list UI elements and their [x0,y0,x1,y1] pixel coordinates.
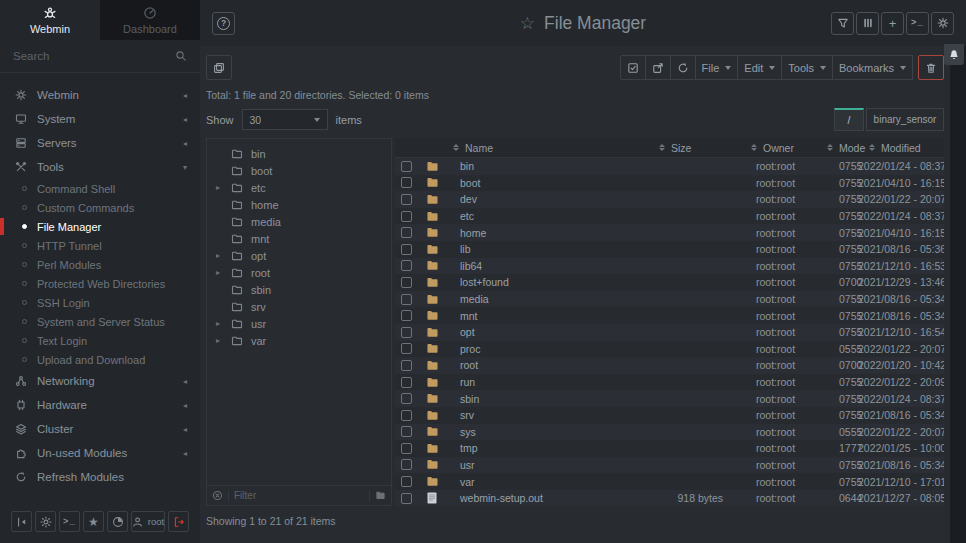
file-name[interactable]: bin [447,160,621,172]
sidebar-item-command-shell[interactable]: Command Shell [0,179,200,198]
theme-button[interactable] [35,511,56,532]
sidebar-item-tools[interactable]: Tools [0,155,200,179]
columns-button[interactable] [856,12,879,35]
row-checkbox[interactable] [401,493,412,504]
row-checkbox[interactable] [401,393,412,404]
row-checkbox[interactable] [401,443,412,454]
copy-path-button[interactable] [206,55,232,80]
sidebar-item-system-and-server-status[interactable]: System and Server Status [0,312,200,331]
tab-dashboard[interactable]: Dashboard [100,0,200,40]
folder-icon[interactable] [375,491,386,500]
tree-item-usr[interactable]: ▸usr [207,315,391,332]
file-name[interactable]: webmin-setup.out [447,492,621,504]
collapse-sidebar-button[interactable] [11,511,32,532]
sidebar-item-perl-modules[interactable]: Perl Modules [0,255,200,274]
table-row-mnt[interactable]: mntroot:root07552021/08/16 - 05:34:12 [395,307,944,324]
column-header-modified[interactable]: Modified [855,142,944,154]
tree-item-bin[interactable]: bin [207,145,391,162]
file-name[interactable]: boot [447,177,621,189]
favorite-star-icon[interactable]: ☆ [520,15,535,32]
file-name[interactable]: mnt [447,310,621,322]
table-row-tmp[interactable]: tmproot:root17772022/01/25 - 10:00:03 [395,440,944,457]
row-checkbox[interactable] [401,294,412,305]
favorites-button[interactable]: ★ [83,511,104,532]
file-name[interactable]: sys [447,426,621,438]
file-name[interactable]: media [447,293,621,305]
search-icon[interactable] [175,50,187,62]
refresh-button[interactable] [670,55,696,80]
user-button[interactable]: root [131,511,165,532]
sidebar-item-custom-commands[interactable]: Custom Commands [0,198,200,217]
file-name[interactable]: lib64 [447,260,621,272]
tree-item-media[interactable]: media [207,213,391,230]
file-name[interactable]: etc [447,210,621,222]
row-checkbox[interactable] [401,260,412,271]
file-name[interactable]: proc [447,343,621,355]
file-name[interactable]: lost+found [447,276,621,288]
sidebar-item-ssh-login[interactable]: SSH Login [0,293,200,312]
settings-button[interactable] [931,12,954,35]
file-name[interactable]: run [447,376,621,388]
export-button[interactable] [645,55,671,80]
tree-filter-input[interactable] [234,490,364,501]
sidebar-item-cluster[interactable]: Cluster [0,417,200,441]
menu-file[interactable]: File [695,55,739,80]
menu-edit[interactable]: Edit [737,55,782,80]
row-checkbox[interactable] [401,360,412,371]
sidebar-item-hardware[interactable]: Hardware [0,393,200,417]
row-checkbox[interactable] [401,277,412,288]
help-button[interactable]: ? [212,12,235,35]
sidebar-item-file-manager[interactable]: File Manager [0,217,200,236]
sidebar-item-system[interactable]: System [0,107,200,131]
table-row-boot[interactable]: bootroot:root07552021/04/10 - 16:15:00 [395,175,944,192]
row-checkbox[interactable] [401,476,412,487]
stats-button[interactable] [107,511,128,532]
column-header-owner[interactable]: Owner [731,142,827,154]
table-row-media[interactable]: mediaroot:root07552021/08/16 - 05:34:12 [395,291,944,308]
menu-tools[interactable]: Tools [781,55,833,80]
table-row-home[interactable]: homeroot:root07552021/04/10 - 16:15:00 [395,224,944,241]
sidebar-item-servers[interactable]: Servers [0,131,200,155]
tree-item-opt[interactable]: ▸opt [207,247,391,264]
show-count-select[interactable]: 30 [242,109,328,130]
tree-item-home[interactable]: home [207,196,391,213]
table-row-opt[interactable]: optroot:root07552021/12/10 - 16:54:57 [395,324,944,341]
table-row-lib64[interactable]: lib64root:root07552021/12/10 - 16:53:07 [395,258,944,275]
table-row-lib[interactable]: libroot:root07552021/08/16 - 05:36:30 [395,241,944,258]
table-row-sys[interactable]: sysroot:root05552022/01/22 - 20:07:40 [395,424,944,441]
sidebar-item-upload-and-download[interactable]: Upload and Download [0,350,200,369]
sidebar-item-refresh-modules[interactable]: Refresh Modules [0,465,200,489]
row-checkbox[interactable] [401,244,412,255]
search-input[interactable] [13,50,175,62]
row-checkbox[interactable] [401,459,412,470]
row-checkbox[interactable] [401,211,412,222]
tree-item-root[interactable]: ▸root [207,264,391,281]
row-checkbox[interactable] [401,426,412,437]
path-input[interactable] [866,108,944,131]
row-checkbox[interactable] [401,327,412,338]
sidebar-item-webmin[interactable]: Webmin [0,83,200,107]
row-checkbox[interactable] [401,177,412,188]
table-row-bin[interactable]: binroot:root07552022/01/24 - 08:37:31 [395,158,944,175]
file-name[interactable]: tmp [447,442,621,454]
table-row-lost-found[interactable]: lost+foundroot:root07002021/12/29 - 13:4… [395,274,944,291]
tree-item-srv[interactable]: srv [207,298,391,315]
tab-webmin[interactable]: Webmin [0,0,100,40]
tree-item-var[interactable]: ▸var [207,332,391,349]
column-header-name[interactable]: Name [447,142,621,154]
trash-button[interactable] [918,55,944,80]
row-checkbox[interactable] [401,227,412,238]
row-checkbox[interactable] [401,161,412,172]
file-name[interactable]: sbin [447,393,621,405]
file-name[interactable]: dev [447,193,621,205]
sidebar-item-protected-web-directories[interactable]: Protected Web Directories [0,274,200,293]
table-row-proc[interactable]: procroot:root05552022/01/22 - 20:07:40 [395,341,944,358]
new-tab-button[interactable]: + [881,12,904,35]
notifications-toggle[interactable] [944,44,964,65]
row-checkbox[interactable] [401,310,412,321]
tree-item-sbin[interactable]: sbin [207,281,391,298]
clear-filter-icon[interactable] [212,490,223,501]
table-row-etc[interactable]: etcroot:root07552022/01/24 - 08:37:42 [395,208,944,225]
sidebar-item-networking[interactable]: Networking [0,369,200,393]
tree-item-boot[interactable]: boot [207,162,391,179]
